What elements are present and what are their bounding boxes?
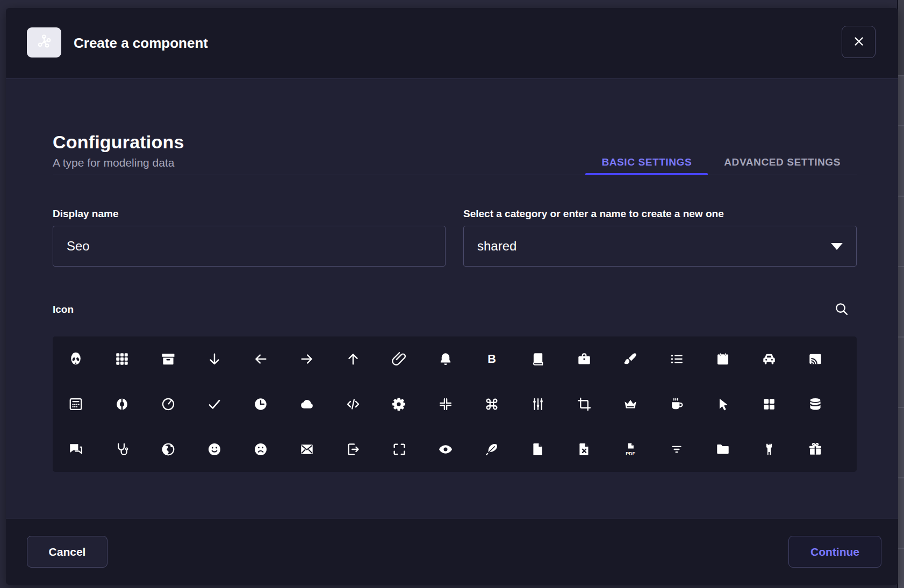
category-label: Select a category or enter a name to cre… bbox=[463, 208, 857, 220]
bell-icon[interactable] bbox=[431, 345, 460, 374]
category-field: Select a category or enter a name to cre… bbox=[463, 208, 857, 267]
archive-icon[interactable] bbox=[154, 345, 183, 374]
display-name-label: Display name bbox=[53, 208, 446, 220]
component-icon-badge bbox=[27, 27, 61, 58]
collapse-icon[interactable] bbox=[431, 390, 460, 419]
bold-icon[interactable]: B bbox=[477, 345, 506, 374]
tab-advanced-settings[interactable]: ADVANCED SETTINGS bbox=[708, 149, 857, 175]
icon-picker-header: Icon bbox=[53, 301, 857, 318]
modal-header: Create a component bbox=[6, 8, 898, 79]
chart-pie-icon[interactable] bbox=[154, 390, 183, 419]
crown-icon[interactable] bbox=[616, 390, 645, 419]
category-select-value: shared bbox=[477, 239, 516, 254]
cloud-icon[interactable] bbox=[292, 390, 321, 419]
chart-bubble-icon[interactable] bbox=[61, 390, 90, 419]
modal-title: Create a component bbox=[74, 8, 208, 78]
alien-icon[interactable] bbox=[61, 345, 90, 374]
category-select[interactable]: shared bbox=[463, 226, 857, 267]
calendar-icon[interactable] bbox=[708, 345, 737, 374]
cog-icon[interactable] bbox=[385, 390, 414, 419]
emotion-happy-icon[interactable] bbox=[200, 435, 229, 464]
chevron-down-icon bbox=[831, 243, 843, 250]
svg-text:PDF: PDF bbox=[626, 451, 635, 456]
arrow-left-icon[interactable] bbox=[246, 345, 275, 374]
display-name-field: Display name bbox=[53, 208, 446, 267]
book-icon[interactable] bbox=[523, 345, 553, 374]
dashboard-icon[interactable] bbox=[755, 390, 784, 419]
database-icon[interactable] bbox=[801, 390, 830, 419]
crop-icon[interactable] bbox=[570, 390, 599, 419]
icon-grid: BPDF bbox=[53, 336, 857, 472]
bullet-list-icon[interactable] bbox=[662, 345, 691, 374]
expand-icon[interactable] bbox=[385, 435, 414, 464]
chart-circle-icon[interactable] bbox=[107, 390, 137, 419]
file-pdf-icon[interactable]: PDF bbox=[616, 435, 645, 464]
display-name-input[interactable] bbox=[53, 226, 446, 267]
briefcase-icon[interactable] bbox=[570, 345, 599, 374]
configurations-section-header: Configurations A type for modeling data … bbox=[53, 124, 857, 175]
arrow-right-icon[interactable] bbox=[292, 345, 321, 374]
check-icon[interactable] bbox=[200, 390, 229, 419]
cast-icon[interactable] bbox=[801, 345, 830, 374]
close-icon bbox=[852, 34, 866, 50]
gift-icon[interactable] bbox=[801, 435, 830, 464]
discuss-icon[interactable] bbox=[61, 435, 90, 464]
earth-icon[interactable] bbox=[154, 435, 183, 464]
settings-tabs: BASIC SETTINGS ADVANCED SETTINGS bbox=[585, 149, 857, 175]
clock-icon[interactable] bbox=[246, 390, 275, 419]
car-icon[interactable] bbox=[755, 345, 784, 374]
cancel-button[interactable]: Cancel bbox=[27, 536, 107, 568]
gate-icon[interactable] bbox=[755, 435, 784, 464]
section-subtitle: A type for modeling data bbox=[53, 156, 184, 169]
envelop-icon[interactable] bbox=[292, 435, 321, 464]
tab-basic-settings[interactable]: BASIC SETTINGS bbox=[585, 149, 708, 175]
icon-section-label: Icon bbox=[53, 304, 74, 315]
connector-icon[interactable] bbox=[523, 390, 553, 419]
file-icon[interactable] bbox=[523, 435, 553, 464]
command-icon[interactable] bbox=[477, 390, 506, 419]
doctor-icon[interactable] bbox=[107, 435, 137, 464]
continue-button[interactable]: Continue bbox=[788, 536, 881, 568]
cursor-icon[interactable] bbox=[708, 390, 737, 419]
create-component-modal: Create a component Configurations A type… bbox=[6, 8, 898, 585]
code-icon[interactable] bbox=[339, 390, 368, 419]
svg-text:B: B bbox=[487, 352, 496, 365]
section-title: Configurations bbox=[53, 132, 184, 153]
exit-icon[interactable] bbox=[339, 435, 368, 464]
arrow-down-icon[interactable] bbox=[200, 345, 229, 374]
cup-icon[interactable] bbox=[662, 390, 691, 419]
arrow-up-icon[interactable] bbox=[339, 345, 368, 374]
filter-icon[interactable] bbox=[662, 435, 691, 464]
search-button[interactable] bbox=[833, 301, 850, 318]
feather-icon[interactable] bbox=[477, 435, 506, 464]
search-icon bbox=[834, 302, 849, 318]
close-button[interactable] bbox=[842, 26, 876, 58]
brush-icon[interactable] bbox=[616, 345, 645, 374]
component-icon bbox=[35, 32, 53, 53]
attachment-icon[interactable] bbox=[385, 345, 414, 374]
file-error-icon[interactable] bbox=[570, 435, 599, 464]
folder-icon[interactable] bbox=[708, 435, 737, 464]
eye-icon[interactable] bbox=[431, 435, 460, 464]
emotion-unhappy-icon[interactable] bbox=[246, 435, 275, 464]
apps-icon[interactable] bbox=[107, 345, 137, 374]
modal-footer: Cancel Continue bbox=[6, 519, 898, 585]
